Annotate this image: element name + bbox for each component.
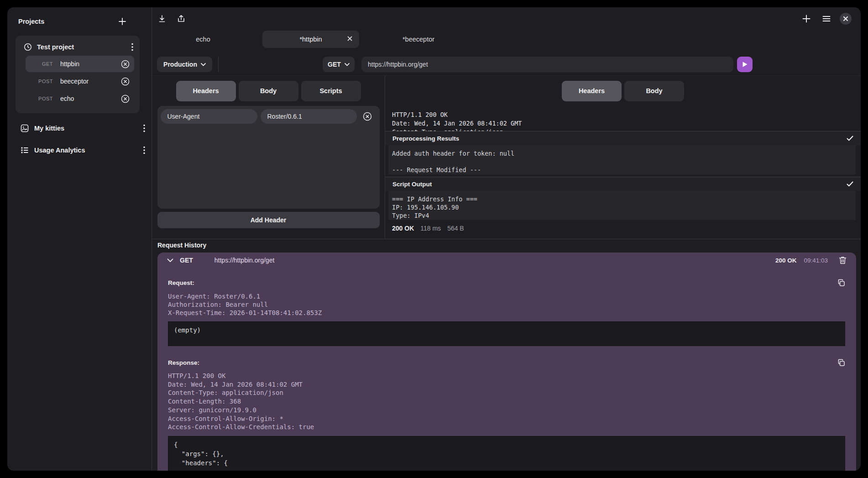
request-bar: Production GET: [152, 51, 861, 75]
image-icon: [21, 124, 29, 132]
kebab-icon: [143, 146, 145, 154]
tab-beeceptor[interactable]: *beeceptor: [370, 31, 467, 48]
status-size: 564 B: [447, 225, 464, 232]
close-icon: [843, 16, 848, 21]
tab-response-body[interactable]: Body: [624, 81, 684, 101]
my-kitties-menu-button[interactable]: [143, 124, 145, 132]
request-section-label: Request:: [168, 279, 837, 286]
project-menu-button[interactable]: [131, 43, 133, 51]
preprocessing-results-header: Preprocessing Results: [385, 131, 861, 145]
main-area: echo *httpbin *beeceptor Production: [152, 7, 861, 471]
app-window: Projects Test project GET: [7, 7, 861, 471]
plus-icon: [118, 17, 127, 26]
remove-request-button[interactable]: [121, 60, 130, 68]
request-method-label: POST: [34, 96, 53, 101]
close-tab-button[interactable]: [347, 36, 353, 42]
tab-request-body[interactable]: Body: [239, 81, 298, 101]
history-entry-body: Request: User-Agent: Roster/0.6.1 Author…: [157, 268, 856, 471]
delete-history-button[interactable]: [839, 256, 847, 264]
history-entry-header[interactable]: GET https://httpbin.org/get 200 OK 09:41…: [157, 252, 856, 268]
project-group-card: Test project GET httpbin POST be: [16, 36, 140, 113]
method-select[interactable]: GET: [323, 57, 355, 72]
status-time: 118 ms: [420, 225, 441, 232]
top-toolbar: [152, 7, 861, 27]
headers-editor-card: [157, 106, 380, 209]
request-method-label: POST: [34, 79, 53, 84]
sidebar-item-usage-analytics[interactable]: Usage Analytics: [7, 142, 152, 158]
response-headers-preview[interactable]: HTTP/1.1 200 OK Date: Wed, 14 Jan 2026 0…: [385, 106, 861, 131]
divider: [218, 57, 219, 72]
history-request-body[interactable]: (empty): [168, 321, 845, 346]
preprocessing-output[interactable]: Added auth header for token: null --- Re…: [388, 145, 856, 174]
status-code: 200 OK: [392, 225, 414, 232]
copy-response-button[interactable]: [837, 359, 845, 367]
header-value-input[interactable]: [261, 109, 357, 124]
history-url: https://httpbin.org/get: [214, 257, 775, 264]
sidebar-item-echo[interactable]: POST echo: [26, 90, 134, 107]
environment-select[interactable]: Production: [157, 57, 212, 72]
close-window-button[interactable]: [840, 13, 852, 25]
success-check-icon: [847, 181, 853, 187]
hamburger-icon: [821, 14, 831, 24]
tab-httpbin[interactable]: *httpbin: [262, 31, 359, 48]
history-response-headers: HTTP/1.1 200 OK Date: Wed, 14 Jan 2026 0…: [168, 372, 845, 431]
export-button[interactable]: [177, 14, 186, 23]
history-response-body[interactable]: { "args": {}, "headers": {: [168, 436, 845, 471]
remove-request-button[interactable]: [121, 95, 130, 103]
send-button[interactable]: [737, 57, 753, 72]
add-project-button[interactable]: [118, 17, 127, 26]
request-history-section: Request History: [152, 239, 861, 251]
chevron-down-icon[interactable]: [167, 258, 173, 263]
editor-panels: Headers Body Scripts Add: [152, 75, 861, 239]
circle-x-icon: [121, 95, 130, 103]
request-history-title: Request History: [157, 242, 206, 249]
project-group-header[interactable]: Test project: [19, 39, 136, 55]
remove-request-button[interactable]: [121, 77, 130, 86]
script-output[interactable]: === IP Address Info === IP: 195.146.105.…: [388, 191, 856, 220]
response-panel: Headers Body HTTP/1.1 200 OK Date: Wed, …: [385, 76, 861, 239]
kebab-icon: [131, 43, 133, 51]
history-method: GET: [180, 257, 193, 264]
import-button[interactable]: [157, 14, 167, 23]
new-tab-button[interactable]: [801, 14, 811, 24]
section-title: Preprocessing Results: [392, 135, 847, 142]
trash-icon: [839, 256, 847, 264]
sidebar-item-label: Usage Analytics: [34, 147, 138, 154]
copy-request-button[interactable]: [837, 279, 845, 287]
tab-request-scripts[interactable]: Scripts: [301, 81, 361, 101]
history-entry-card: GET https://httpbin.org/get 200 OK 09:41…: [157, 252, 856, 471]
header-key-input[interactable]: [161, 109, 257, 124]
tab-response-headers[interactable]: Headers: [562, 81, 622, 101]
response-section-label: Response:: [168, 359, 837, 366]
projects-title: Projects: [18, 18, 118, 25]
success-check-icon: [847, 136, 853, 141]
sidebar-item-beeceptor[interactable]: POST beeceptor: [26, 73, 134, 89]
copy-icon: [837, 359, 845, 367]
sidebar-item-label: My kitties: [34, 125, 138, 132]
sidebar-item-httpbin[interactable]: GET httpbin: [26, 56, 134, 72]
request-name-label: beeceptor: [60, 78, 121, 85]
copy-icon: [837, 279, 845, 287]
usage-analytics-menu-button[interactable]: [143, 146, 145, 154]
tab-echo[interactable]: echo: [155, 31, 251, 48]
tab-strip: echo *httpbin *beeceptor: [152, 27, 861, 51]
history-time: 09:41:03: [804, 257, 828, 264]
sidebar: Projects Test project GET: [7, 7, 152, 471]
play-icon: [742, 61, 748, 68]
download-icon: [157, 14, 167, 23]
remove-header-button[interactable]: [363, 112, 372, 121]
sidebar-item-my-kitties[interactable]: My kitties: [7, 121, 152, 136]
url-input[interactable]: [361, 57, 733, 72]
request-name-label: echo: [60, 95, 121, 102]
plus-icon: [801, 14, 811, 24]
section-title: Script Output: [392, 181, 847, 188]
circle-x-icon: [363, 112, 372, 121]
menu-button[interactable]: [821, 14, 831, 24]
method-label: GET: [328, 61, 341, 68]
tab-request-headers[interactable]: Headers: [176, 81, 236, 101]
request-editor-panel: Headers Body Scripts Add: [152, 76, 385, 239]
chevron-down-icon: [201, 63, 206, 66]
history-status: 200 OK: [775, 257, 797, 264]
request-name-label: httpbin: [60, 60, 121, 68]
add-header-button[interactable]: Add Header: [157, 212, 380, 228]
